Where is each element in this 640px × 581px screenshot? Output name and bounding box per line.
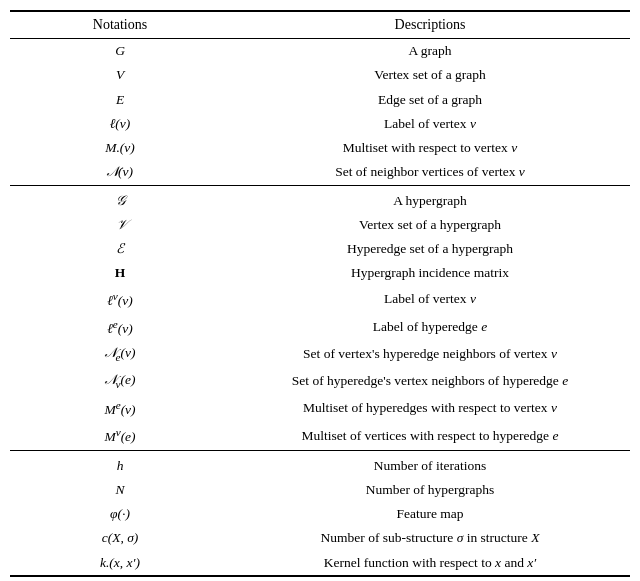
notation-cell: ℰ — [10, 237, 230, 261]
header-notations: Notations — [10, 11, 230, 39]
description-cell: Set of hyperedge's vertex neighbors of h… — [230, 368, 630, 395]
table-row: ℰ Hyperedge set of a hypergraph — [10, 237, 630, 261]
description-cell: A graph — [230, 39, 630, 64]
table-row: 𝒱 Vertex set of a hypergraph — [10, 213, 630, 237]
description-cell: Set of neighbor vertices of vertex v — [230, 160, 630, 185]
notation-cell: 𝒱 — [10, 213, 230, 237]
description-cell: Edge set of a graph — [230, 88, 630, 112]
notation-cell: k.(x, x′) — [10, 551, 230, 576]
notation-cell: ℓe(v) — [10, 313, 230, 341]
description-cell: Multiset with respect to vertex v — [230, 136, 630, 160]
description-cell: Hyperedge set of a hypergraph — [230, 237, 630, 261]
table-row: ℓ(v) Label of vertex v — [10, 112, 630, 136]
notation-cell: G — [10, 39, 230, 64]
notation-cell: V — [10, 63, 230, 87]
notation-cell: φ(·) — [10, 502, 230, 526]
table-row: H Hypergraph incidence matrix — [10, 261, 630, 285]
description-cell: Vertex set of a hypergraph — [230, 213, 630, 237]
table-row: V Vertex set of a graph — [10, 63, 630, 87]
description-cell: Label of vertex v — [230, 286, 630, 314]
table-row: Me(v) Multiset of hyperedges with respec… — [10, 394, 630, 422]
table-row: M.(v) Multiset with respect to vertex v — [10, 136, 630, 160]
table-row: ℓe(v) Label of hyperedge e — [10, 313, 630, 341]
notation-cell: 𝒩v(e) — [10, 368, 230, 395]
notation-cell: Me(v) — [10, 394, 230, 422]
notation-cell: h — [10, 450, 230, 478]
table-row: ℓv(v) Label of vertex v — [10, 286, 630, 314]
table-row: k.(x, x′) Kernel function with respect t… — [10, 551, 630, 576]
description-cell: Kernel function with respect to x and x′ — [230, 551, 630, 576]
table-row: φ(·) Feature map — [10, 502, 630, 526]
table-row: N Number of hypergraphs — [10, 478, 630, 502]
description-cell: Label of hyperedge e — [230, 313, 630, 341]
table-row: E Edge set of a graph — [10, 88, 630, 112]
notation-cell: H — [10, 261, 230, 285]
table-row: G A graph — [10, 39, 630, 64]
notation-cell: E — [10, 88, 230, 112]
table-row: 𝒩v(e) Set of hyperedge's vertex neighbor… — [10, 368, 630, 395]
description-cell: Label of vertex v — [230, 112, 630, 136]
notation-cell: c(X, σ) — [10, 526, 230, 550]
description-cell: Number of iterations — [230, 450, 630, 478]
notation-cell: 𝒢 — [10, 185, 230, 213]
description-cell: A hypergraph — [230, 185, 630, 213]
notation-cell: N — [10, 478, 230, 502]
notation-cell: 𝒩(v) — [10, 160, 230, 185]
table-row: h Number of iterations — [10, 450, 630, 478]
description-cell: Number of hypergraphs — [230, 478, 630, 502]
description-cell: Multiset of hyperedges with respect to v… — [230, 394, 630, 422]
notation-cell: M.(v) — [10, 136, 230, 160]
table-row: 𝒩e(v) Set of vertex's hyperedge neighbor… — [10, 341, 630, 368]
notation-table: Notations Descriptions G A graph V Verte… — [10, 10, 630, 577]
description-cell: Feature map — [230, 502, 630, 526]
table-row: Mv(e) Multiset of vertices with respect … — [10, 422, 630, 450]
notation-cell: Mv(e) — [10, 422, 230, 450]
description-cell: Hypergraph incidence matrix — [230, 261, 630, 285]
table-row: c(X, σ) Number of sub-structure σ in str… — [10, 526, 630, 550]
description-cell: Set of vertex's hyperedge neighbors of v… — [230, 341, 630, 368]
description-cell: Number of sub-structure σ in structure X — [230, 526, 630, 550]
description-cell: Vertex set of a graph — [230, 63, 630, 87]
table-row: 𝒩(v) Set of neighbor vertices of vertex … — [10, 160, 630, 185]
table-row: 𝒢 A hypergraph — [10, 185, 630, 213]
notation-cell: ℓ(v) — [10, 112, 230, 136]
description-cell: Multiset of vertices with respect to hyp… — [230, 422, 630, 450]
notation-cell: 𝒩e(v) — [10, 341, 230, 368]
header-descriptions: Descriptions — [230, 11, 630, 39]
notation-cell: ℓv(v) — [10, 286, 230, 314]
